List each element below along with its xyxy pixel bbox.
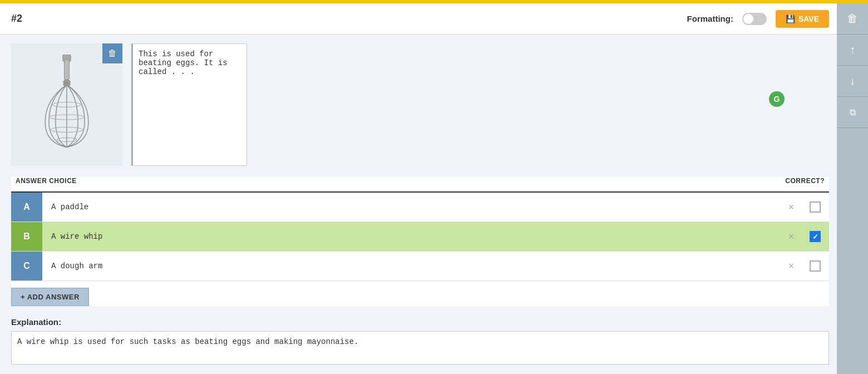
question-area: 🗑 (11, 35, 829, 177)
main-content: 🗑 (0, 35, 868, 367)
correct-checkbox-c[interactable] (810, 260, 821, 272)
copy-icon: ⧉ (850, 107, 856, 117)
answer-row-c: C × (11, 252, 829, 281)
svg-point-8 (63, 83, 71, 86)
header: #2 Formatting: 💾 SAVE (0, 3, 868, 35)
answer-header: ANSWER CHOICE CORRECT? (11, 177, 829, 193)
answer-section: ANSWER CHOICE CORRECT? A × B × (11, 177, 829, 306)
checkbox-area-a (801, 201, 829, 213)
trash-icon-img: 🗑 (108, 48, 117, 58)
trash-icon: 🗑 (847, 12, 858, 25)
answer-choice-label: ANSWER CHOICE (16, 177, 77, 185)
correct-checkbox-b[interactable] (810, 231, 821, 242)
delete-answer-a-button[interactable]: × (781, 197, 801, 217)
answer-input-c[interactable] (42, 255, 781, 277)
close-icon-a: × (788, 201, 795, 213)
delete-image-button[interactable]: 🗑 (102, 43, 122, 63)
top-bar (0, 0, 868, 3)
correct-checkbox-a[interactable] (810, 201, 821, 213)
question-number: #2 (11, 13, 22, 24)
close-icon-c: × (788, 260, 795, 272)
move-down-button[interactable]: ↓ (837, 66, 868, 97)
formatting-toggle[interactable] (742, 13, 767, 25)
save-icon: 💾 (786, 14, 795, 23)
answer-letter-a[interactable]: A (11, 193, 42, 222)
explanation-input[interactable] (11, 331, 829, 365)
explanation-label: Explanation: (11, 317, 829, 327)
answer-letter-b[interactable]: B (11, 222, 42, 251)
question-text-input[interactable] (131, 43, 247, 166)
right-sidebar: 🗑 ↑ ↓ ⧉ (837, 3, 868, 374)
delete-answer-c-button[interactable]: × (781, 256, 801, 276)
delete-answer-b-button[interactable]: × (781, 227, 801, 247)
duplicate-button[interactable]: ⧉ (837, 97, 868, 128)
answer-input-b[interactable] (42, 225, 781, 248)
answer-input-a[interactable] (42, 196, 781, 218)
answer-row-b: B × (11, 222, 829, 252)
arrow-down-icon: ↓ (850, 75, 855, 87)
svg-rect-1 (65, 60, 70, 80)
close-icon-b: × (788, 231, 795, 243)
delete-question-button[interactable]: 🗑 (837, 3, 868, 35)
checkbox-area-b (801, 231, 829, 242)
explanation-section: Explanation: (11, 317, 829, 367)
answer-row-a: A × (11, 193, 829, 222)
checkbox-area-c (801, 260, 829, 272)
move-up-button[interactable]: ↑ (837, 35, 868, 66)
grammar-check-icon[interactable]: G (769, 91, 785, 107)
header-right: Formatting: 💾 SAVE (687, 10, 829, 28)
whisk-image (33, 55, 100, 155)
arrow-up-icon: ↑ (850, 43, 855, 56)
answer-letter-c[interactable]: C (11, 252, 42, 280)
save-button[interactable]: 💾 SAVE (776, 10, 829, 28)
add-answer-button[interactable]: + ADD ANSWER (11, 288, 89, 306)
image-container: 🗑 (11, 43, 122, 166)
formatting-label: Formatting: (687, 14, 733, 23)
correct-label: CORRECT? (785, 177, 825, 185)
